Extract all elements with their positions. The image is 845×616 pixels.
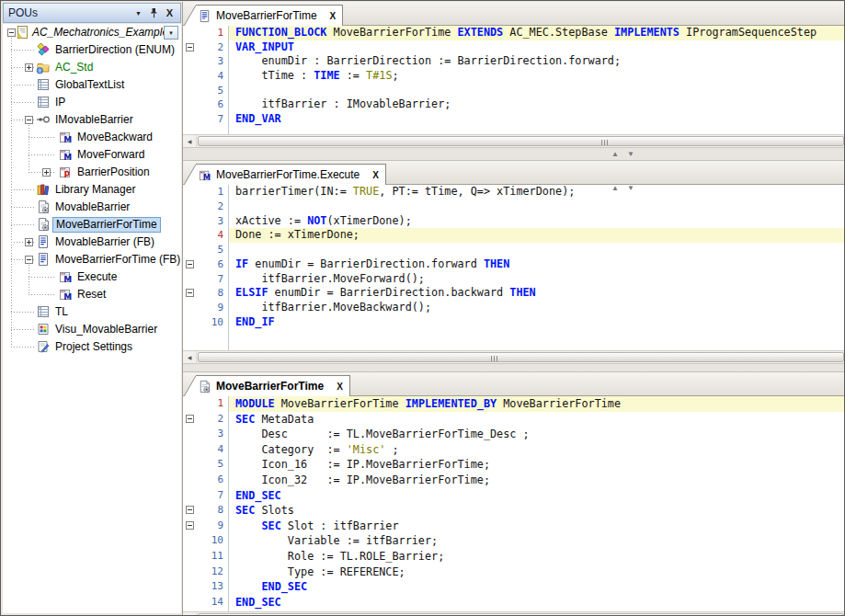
tree-item-label[interactable]: MoveBarrierForTime (FB) [52, 252, 181, 267]
expand-icon[interactable] [25, 238, 33, 246]
fold-collapse-icon[interactable] [186, 415, 194, 423]
code-text[interactable]: SEC Slots [229, 503, 845, 519]
tab-close-icon[interactable]: X [337, 382, 343, 392]
tree-item-moveforward[interactable]: MMoveForward [3, 146, 181, 164]
scrollbar-thumb[interactable] [198, 136, 844, 146]
tree-item-label[interactable]: TL [52, 304, 71, 319]
code-text[interactable]: itfBarrier.MoveBackward(); [229, 301, 845, 315]
tree-item-tl[interactable]: TL [3, 303, 181, 321]
tree-item-label[interactable]: BarrierPosition [74, 165, 153, 179]
tab-close-icon[interactable]: X [372, 170, 379, 180]
tree-item-label[interactable]: AC_Mechatronics_Example [29, 25, 171, 40]
code-text[interactable]: Role := TL.ROLE_Barrier; [229, 549, 845, 565]
pin-icon[interactable] [146, 6, 162, 20]
pane-splitter[interactable] [183, 363, 845, 372]
tree-item-label[interactable]: Execute [74, 269, 120, 284]
expand-icon[interactable] [25, 63, 33, 72]
item-dropdown-button[interactable]: ▼ [164, 26, 178, 40]
code-text[interactable]: IF enumDir = BarrierDirection.forward TH… [229, 257, 845, 272]
tree-item-movebackward[interactable]: MMoveBackward [3, 129, 181, 146]
code-editor-declaration[interactable]: 1FUNCTION_BLOCK MoveBarrierForTime EXTEN… [183, 26, 845, 134]
tab-movebarrierfortime-execute[interactable]: MMoveBarrierForTime.ExecuteX [196, 164, 386, 185]
code-editor-execute[interactable]: 1barrierTimer(IN:= TRUE, PT:= tTime, Q=>… [183, 185, 845, 350]
tab-movebarrierfortime[interactable]: MoveBarrierForTimeX [196, 5, 343, 26]
tree-item-execute[interactable]: MExecute [3, 268, 181, 286]
fold-collapse-icon[interactable] [186, 521, 194, 530]
tree-item-label[interactable]: Library Manager [52, 182, 138, 197]
code-text[interactable]: MODULE MoveBarrierForTime IMPLEMENTED_BY… [229, 396, 845, 412]
code-text[interactable]: FUNCTION_BLOCK MoveBarrierForTime EXTEND… [229, 26, 845, 40]
close-icon[interactable]: X [162, 6, 177, 20]
tree-item-ac-std[interactable]: AC_Std [3, 59, 181, 76]
code-text[interactable]: barrierTimer(IN:= TRUE, PT:= tTime, Q=> … [229, 185, 845, 200]
scroll-left-icon[interactable]: ◀ [183, 612, 197, 616]
splitter-arrows[interactable]: ▲▼ [611, 150, 643, 158]
code-text[interactable]: enumDir : BarrierDirection := BarrierDir… [229, 54, 845, 69]
expand-icon[interactable] [42, 168, 51, 177]
scrollbar-thumb[interactable] [198, 352, 844, 362]
code-text[interactable]: tTime : TIME := T#1S; [229, 69, 845, 84]
code-text[interactable]: Category := 'Misc' ; [229, 442, 845, 458]
code-text[interactable]: itfBarrier : IMovableBarrier; [229, 97, 845, 112]
fold-collapse-icon[interactable] [186, 506, 194, 514]
code-text[interactable]: xActive := NOT(xTimerDone); [229, 214, 845, 229]
tree-item-label[interactable]: BarrierDirection (ENUM) [52, 42, 177, 57]
code-text[interactable]: Variable := itfBarrier; [229, 533, 845, 549]
tree-item-barrierposition[interactable]: PBarrierPosition [3, 164, 181, 181]
code-text[interactable]: SEC MetaData [229, 412, 845, 428]
tab-close-icon[interactable]: X [330, 11, 337, 21]
horizontal-scrollbar[interactable]: ◀ [183, 350, 845, 363]
tree-item-reset[interactable]: MReset [3, 286, 181, 303]
tree-item-label[interactable]: MovableBarrier [52, 200, 132, 214]
code-text[interactable]: END_SEC [229, 488, 845, 504]
code-text[interactable]: END_SEC [229, 579, 845, 595]
tree-item-globaltextlist[interactable]: GlobalTextList [3, 76, 181, 94]
tree-item-ac-mechatronics-example[interactable]: AC_Mechatronics_Example▼ [3, 24, 181, 41]
tree-item-movablebarrier[interactable]: MovableBarrier [3, 199, 181, 216]
horizontal-scrollbar[interactable]: ◀ [183, 611, 845, 616]
tree-item-label[interactable]: GlobalTextList [52, 77, 127, 92]
collapse-icon[interactable] [25, 256, 33, 264]
tree-item-label[interactable]: MoveBarrierForTime [52, 217, 161, 233]
tree-item-movablebarrier-fb[interactable]: MovableBarrier (FB) [3, 234, 181, 251]
code-text[interactable]: itfBarrier.MoveForward(); [229, 272, 845, 287]
tree-item-imovablebarrier[interactable]: IMovableBarrier [3, 111, 181, 129]
tree-item-label[interactable]: MoveBackward [74, 130, 155, 144]
scroll-left-icon[interactable]: ◀ [183, 135, 197, 147]
tree-item-label[interactable]: Project Settings [52, 339, 135, 354]
tree-item-label[interactable]: IMovableBarrier [52, 112, 136, 127]
code-text[interactable]: Icon_32 := IP.MoveBarrierForTime; [229, 473, 845, 488]
panel-menu-icon[interactable]: ▼ [131, 6, 146, 20]
code-text[interactable] [229, 243, 845, 257]
tree-item-movebarrierfortime-fb[interactable]: MoveBarrierForTime (FB) [3, 251, 181, 268]
tree-item-library-manager[interactable]: Library Manager [3, 181, 181, 199]
pane-splitter[interactable]: ▲▼ [183, 147, 845, 161]
tree-item-label[interactable]: MoveForward [74, 147, 147, 162]
code-text[interactable]: VAR_INPUT [229, 40, 845, 55]
code-text[interactable]: Desc := TL.MoveBarrierForTime_Desc ; [229, 427, 845, 442]
collapse-icon[interactable] [7, 29, 16, 37]
tree-item-barrierdirection-enum[interactable]: BarrierDirection (ENUM) [3, 41, 181, 59]
code-text[interactable]: SEC Slot : itfBarrier [229, 519, 845, 534]
tab-movebarrierfortime-module[interactable]: MoveBarrierForTimeX [196, 375, 350, 396]
horizontal-scrollbar[interactable]: ◀ [183, 134, 845, 147]
code-text[interactable] [229, 84, 845, 98]
code-text[interactable]: ELSIF enumDir = BarrierDirection.backwar… [229, 286, 845, 301]
scroll-left-icon[interactable]: ◀ [183, 351, 197, 363]
code-text[interactable]: Icon_16 := IP.MoveBarrierForTime; [229, 457, 845, 473]
code-text[interactable]: Type := REFERENCE; [229, 565, 845, 580]
scrollbar-grip[interactable] [491, 356, 498, 361]
tree-item-ip[interactable]: IP [3, 94, 181, 111]
code-editor-module[interactable]: 1MODULE MoveBarrierForTime IMPLEMENTED_B… [183, 396, 845, 611]
code-text[interactable]: Done := xTimerDone; [229, 228, 845, 243]
tree-item-label[interactable]: AC_Std [52, 60, 96, 74]
code-text[interactable] [229, 200, 845, 214]
fold-collapse-icon[interactable] [186, 260, 194, 268]
code-text[interactable]: END_IF [229, 315, 845, 330]
tree-item-visu-movablebarrier[interactable]: Visu_MovableBarrier [3, 321, 181, 338]
fold-collapse-icon[interactable] [186, 43, 194, 51]
tree-item-label[interactable]: Visu_MovableBarrier [52, 322, 160, 337]
tree-item-movebarrierfortime[interactable]: MoveBarrierForTime [3, 216, 181, 234]
code-text[interactable]: END_SEC [229, 595, 845, 610]
collapse-icon[interactable] [25, 116, 33, 124]
